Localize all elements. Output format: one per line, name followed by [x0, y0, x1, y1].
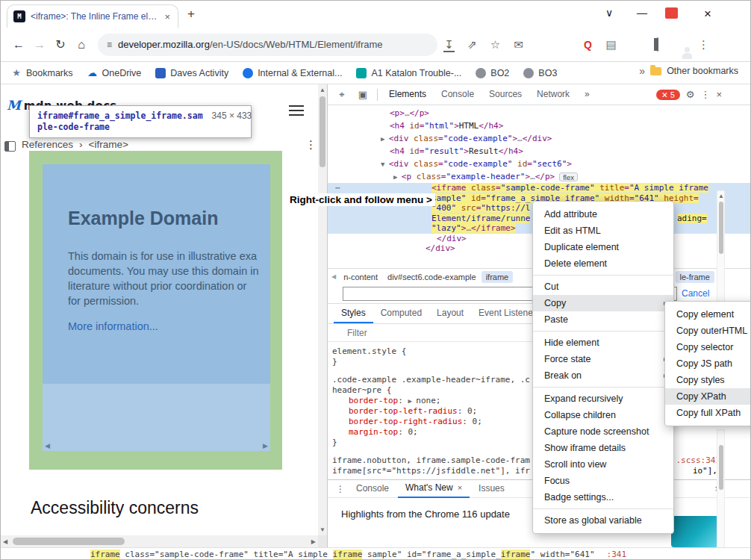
menu-item-break-on[interactable]: Break on▸	[533, 367, 673, 384]
q-extension-icon[interactable]: Q	[576, 39, 599, 51]
bookmark-bo2[interactable]: BO2	[476, 68, 509, 78]
device-toolbar-icon[interactable]: ▣	[353, 89, 373, 100]
inspect-element-icon[interactable]: ⌖	[332, 89, 352, 101]
style-source-link[interactable]: .scss:341	[676, 455, 720, 466]
flex-badge[interactable]: flex	[559, 172, 578, 181]
scrollbar-thumb[interactable]	[719, 202, 723, 254]
menu-item-copy[interactable]: Copy▸	[533, 295, 673, 311]
scrollbar-thumb[interactable]	[719, 445, 723, 490]
back-icon[interactable]: ←	[8, 38, 29, 52]
tab-network[interactable]: Network	[530, 84, 576, 105]
menu-item-scroll-into-view[interactable]: Scroll into view	[533, 456, 673, 473]
tab-sources[interactable]: Sources	[482, 84, 529, 105]
site-info-icon[interactable]: ≡	[107, 40, 112, 50]
menu-item-delete-element[interactable]: Delete element	[533, 255, 673, 272]
find-cancel-button[interactable]: Cancel	[682, 288, 709, 299]
menu-item-copy-styles[interactable]: Copy styles	[665, 372, 751, 388]
more-actions-gutter-icon[interactable]: ⋯	[335, 183, 340, 193]
menu-item-copy-selector[interactable]: Copy selector	[665, 339, 751, 355]
bookmark-daves-activity[interactable]: Daves Activity	[155, 68, 228, 78]
new-tab-button[interactable]: +	[187, 7, 195, 22]
menu-item-capture-node-screenshot[interactable]: Capture node screenshot	[533, 423, 673, 440]
menu-item-copy-outerhtml[interactable]: Copy outerHTML	[665, 323, 751, 339]
settings-gear-icon[interactable]: ⚙	[686, 89, 695, 100]
scroll-right-icon[interactable]: ▶	[311, 538, 316, 545]
tab-layout[interactable]: Layout	[429, 304, 471, 323]
bottom-line-ref[interactable]: :341	[607, 550, 627, 559]
menu-item-edit-as-html[interactable]: Edit as HTML	[533, 223, 673, 239]
bookmark-bo3[interactable]: BO3	[523, 68, 557, 78]
tab-console[interactable]: Console	[434, 84, 481, 105]
code-line[interactable]: <h4 id="html">HTML</h4>	[328, 119, 751, 132]
menu-item-store-as-global-variable[interactable]: Store as global variable	[533, 512, 673, 529]
scrollbar-thumb[interactable]	[320, 96, 325, 167]
drawer-tab-console[interactable]: Console	[349, 480, 396, 497]
tab-search-icon[interactable]: ∨	[605, 7, 613, 19]
menu-item-copy-full-xpath[interactable]: Copy full XPath	[665, 405, 751, 421]
menu-item-hide-element[interactable]: Hide element	[533, 335, 673, 351]
menu-item-show-iframe-details[interactable]: Show iframe details	[533, 440, 673, 456]
code-line[interactable]: ⋯<iframe class="sample-code-frame" title…	[328, 183, 751, 193]
page-vertical-scrollbar[interactable]: ▲ ▼	[318, 84, 327, 535]
menu-item-expand-recursively[interactable]: Expand recursively	[533, 391, 673, 407]
side-panel-icon[interactable]	[646, 38, 669, 51]
crumb-scroll-left-icon[interactable]: ◀	[329, 273, 338, 280]
styles-pane-scrollbar[interactable]: ▼	[717, 429, 725, 560]
tab-elements[interactable]: Elements	[382, 84, 433, 105]
scroll-up-icon[interactable]: ▲	[718, 193, 724, 199]
devtools-menu-icon[interactable]: ⋮	[700, 89, 710, 100]
hamburger-menu-icon[interactable]	[289, 102, 304, 119]
menu-item-duplicate-element[interactable]: Duplicate element	[533, 239, 673, 255]
mail-extension-icon[interactable]: ✉	[507, 38, 530, 52]
crumb-div-sect6[interactable]: div#sect6.code-example	[383, 271, 481, 283]
code-line[interactable]: <p>…</p>	[328, 107, 751, 119]
menu-item-copy-js-path[interactable]: Copy JS path	[665, 355, 751, 372]
menu-item-add-attribute[interactable]: Add attribute	[533, 206, 673, 223]
bookmarks-overflow-icon[interactable]: »	[639, 65, 645, 77]
breadcrumb-section[interactable]: References	[22, 139, 73, 150]
iframe-scroll-left-icon[interactable]: ◀	[45, 442, 50, 449]
crumb-main-content[interactable]: n-content	[339, 271, 382, 283]
bookmark-internal-external[interactable]: Internal & External...	[243, 68, 342, 78]
share-icon[interactable]: ⇗	[461, 38, 484, 52]
drawer-tab-whats-new[interactable]: What's New ×	[398, 479, 470, 498]
home-icon[interactable]: ⌂	[71, 38, 92, 52]
drawer-tab-close-icon[interactable]: ×	[458, 479, 462, 497]
menu-item-focus[interactable]: Focus	[533, 473, 673, 489]
browser-menu-icon[interactable]: ⋮	[692, 38, 715, 52]
code-line[interactable]: ▼ <div class="code-example" id="sect6">	[328, 158, 751, 170]
bookmark-onedrive[interactable]: ☁OneDrive	[87, 68, 142, 78]
page-horizontal-scrollbar[interactable]: ◀ ▶	[1, 535, 318, 547]
styles-filter-input[interactable]	[347, 328, 496, 338]
menu-item-paste[interactable]: Paste	[533, 311, 673, 328]
address-bar[interactable]: ≡ developer.mozilla.org/en-US/docs/Web/H…	[98, 34, 437, 56]
tab-close-icon[interactable]: ×	[163, 11, 172, 22]
menu-item-copy-xpath[interactable]: Copy XPath	[665, 388, 751, 405]
tab-styles[interactable]: Styles	[334, 304, 373, 323]
menu-item-copy-element[interactable]: Copy element	[665, 306, 751, 323]
more-tabs-icon[interactable]: »	[578, 84, 596, 105]
download-icon[interactable]: ↧	[437, 38, 461, 52]
devtools-close-icon[interactable]: ×	[716, 89, 722, 100]
crumb-iframe-tail[interactable]: le-frame	[676, 271, 714, 283]
code-line[interactable]: <h4 id="result">Result</h4>	[328, 145, 751, 158]
reload-icon[interactable]: ↻	[50, 37, 71, 52]
tab-computed[interactable]: Computed	[373, 304, 429, 323]
menu-item-collapse-children[interactable]: Collapse children	[533, 407, 673, 423]
iframe-scroll-right-icon[interactable]: ▶	[263, 442, 268, 449]
maximize-button[interactable]	[665, 7, 678, 19]
scrollbar-thumb[interactable]	[13, 538, 125, 545]
bookmark-a1-katalon-trouble[interactable]: A1 Katalon Trouble-...	[356, 68, 461, 78]
menu-item-force-state[interactable]: Force state▸	[533, 351, 673, 367]
scroll-down-icon[interactable]: ▼	[320, 526, 325, 533]
bookmark-star-icon[interactable]: ☆	[484, 38, 507, 52]
crumb-iframe[interactable]: iframe	[482, 271, 514, 283]
scroll-up-icon[interactable]: ▲	[320, 87, 325, 93]
article-menu-icon[interactable]: ⋮	[305, 138, 317, 152]
more-information-link[interactable]: More information...	[68, 320, 270, 332]
other-bookmarks[interactable]: » Other bookmarks	[636, 65, 750, 77]
menu-item-cut[interactable]: Cut	[533, 279, 673, 295]
bookmark-bookmarks[interactable]: ★Bookmarks	[11, 68, 73, 78]
sidebar-toggle-icon[interactable]	[4, 141, 16, 152]
window-close-button[interactable]: ×	[704, 7, 711, 22]
